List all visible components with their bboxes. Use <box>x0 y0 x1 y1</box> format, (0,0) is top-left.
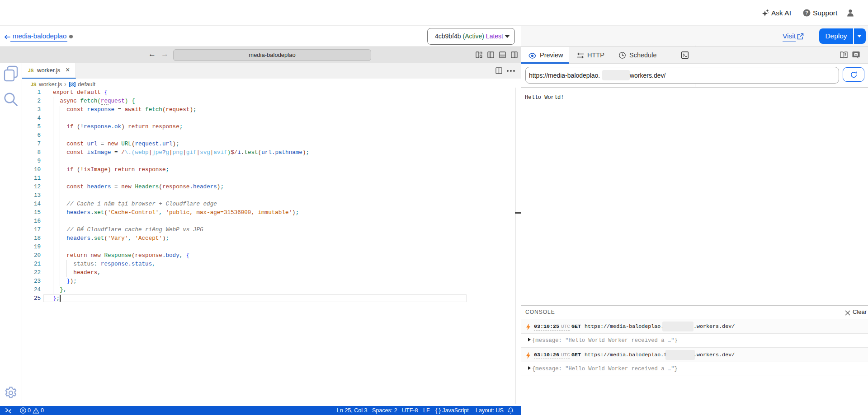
svg-text:?: ? <box>805 10 808 15</box>
